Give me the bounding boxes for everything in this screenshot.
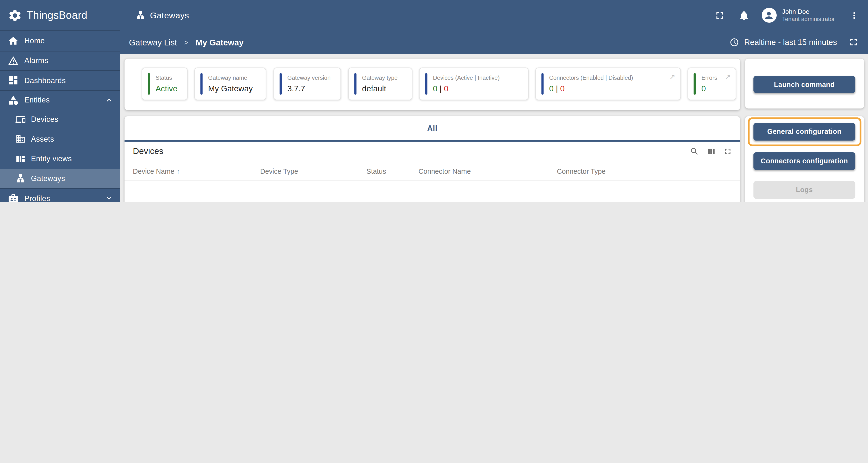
- devices-icon: [16, 115, 25, 124]
- dashboard-tabbar: All: [124, 116, 740, 142]
- sidebar-item-assets[interactable]: Assets: [0, 129, 120, 149]
- clock-icon: [730, 37, 739, 47]
- gateway-icon: [135, 11, 145, 20]
- col-device-type[interactable]: Device Type: [260, 168, 298, 176]
- sidebar-item-alarms[interactable]: Alarms: [0, 51, 120, 70]
- breadcrumb: Gateway List > My Gateway: [129, 37, 244, 47]
- header-actions: John Doe Tenant administrator: [701, 7, 859, 23]
- home-icon: [8, 35, 19, 47]
- warning-icon: [8, 55, 19, 66]
- general-configuration-button[interactable]: General configuration: [753, 123, 856, 141]
- sidebar-item-home[interactable]: Home: [0, 31, 120, 51]
- assets-icon: [16, 134, 25, 144]
- dashboard-fullscreen-icon[interactable]: [848, 36, 859, 48]
- fullscreen-icon[interactable]: [714, 10, 725, 21]
- accent-bar: [541, 73, 543, 94]
- sidebar-item-entities[interactable]: Entities: [0, 90, 120, 110]
- errors-count-card: Errors 0 ↗: [687, 67, 736, 100]
- breadcrumb-parent[interactable]: Gateway List: [129, 37, 177, 47]
- more-vert-icon[interactable]: [849, 10, 859, 20]
- gateway-version-card: Gateway version 3.7.7: [274, 67, 341, 100]
- user-name: John Doe: [782, 7, 835, 16]
- sidebar-item-dashboards[interactable]: Dashboards: [0, 70, 120, 90]
- top-header: ThingsBoard Gateways John Doe Tenant adm…: [0, 0, 868, 30]
- devices-widget-card: All Devices Device Name↑ Device Type Sta…: [124, 116, 740, 202]
- sidebar-item-gateways[interactable]: Gateways: [0, 169, 120, 188]
- accent-bar: [354, 73, 356, 94]
- accent-bar: [148, 73, 150, 94]
- person-icon: [764, 10, 775, 21]
- col-connector-type[interactable]: Connector Type: [557, 168, 606, 176]
- chevron-up-icon: [105, 96, 114, 105]
- fullscreen-icon[interactable]: [723, 147, 733, 156]
- columns-icon[interactable]: [706, 147, 716, 156]
- devices-widget-title: Devices: [133, 146, 163, 156]
- entities-icon: [8, 94, 19, 105]
- entity-views-icon: [16, 154, 25, 163]
- accent-bar: [693, 73, 695, 94]
- timewindow-controls: Realtime - last 15 minutes: [730, 36, 859, 48]
- gateway-type-card: Gateway type default: [348, 67, 412, 100]
- gateways-icon: [16, 174, 25, 183]
- accent-bar: [200, 73, 202, 94]
- col-device-name[interactable]: Device Name↑: [133, 168, 180, 176]
- notifications-bell-icon[interactable]: [739, 10, 750, 21]
- user-role: Tenant administrator: [782, 16, 835, 23]
- status-card: Status Active: [142, 67, 188, 100]
- page-title: Gateways: [135, 10, 189, 20]
- col-connector-name[interactable]: Connector Name: [418, 168, 471, 176]
- brand-name: ThingsBoard: [27, 9, 88, 21]
- dashboards-icon: [8, 75, 19, 86]
- app-window: ThingsBoard Gateways John Doe Tenant adm…: [0, 0, 868, 202]
- user-info: John Doe Tenant administrator: [782, 7, 835, 23]
- breadcrumb-separator: >: [184, 38, 188, 46]
- gateway-status-row: Status Active Gateway name My Gateway Ga…: [124, 59, 740, 110]
- gateway-name-card: Gateway name My Gateway: [194, 67, 266, 100]
- tab-all[interactable]: All: [417, 124, 447, 132]
- sort-asc-icon: ↑: [177, 168, 180, 176]
- sidebar-nav: Home Alarms Dashboards Entities Devices …: [0, 30, 120, 202]
- gateway-actions-card: General configuration Connectors configu…: [745, 116, 864, 202]
- sidebar-item-profiles[interactable]: Profiles: [0, 188, 120, 202]
- external-link-icon[interactable]: ↗: [725, 72, 731, 81]
- search-icon[interactable]: [690, 147, 699, 156]
- devices-count-card: Devices (Active | Inactive) 0|0: [419, 67, 529, 100]
- launch-command-card: Launch command: [745, 59, 864, 109]
- breadcrumb-current: My Gateway: [195, 37, 244, 47]
- accent-bar: [425, 73, 427, 94]
- connectors-count-card: Connectors (Enabled | Disabled) 0|0 ↗: [535, 67, 681, 100]
- external-link-icon[interactable]: ↗: [670, 72, 675, 81]
- devices-table-header: Device Name↑ Device Type Status Connecto…: [124, 164, 740, 181]
- profiles-icon: [8, 193, 19, 202]
- gear-logo-icon: [8, 8, 22, 23]
- breadcrumb-bar: Gateway List > My Gateway Realtime - las…: [120, 30, 868, 54]
- sidebar-item-entity-views[interactable]: Entity views: [0, 149, 120, 168]
- devices-widget-header: Devices: [133, 144, 733, 158]
- sidebar-item-devices[interactable]: Devices: [0, 110, 120, 129]
- launch-command-button[interactable]: Launch command: [753, 76, 856, 93]
- user-avatar[interactable]: [762, 8, 777, 23]
- accent-bar: [280, 73, 281, 94]
- connectors-configuration-button[interactable]: Connectors configuration: [753, 152, 856, 170]
- chevron-down-icon: [105, 194, 114, 202]
- timewindow-label[interactable]: Realtime - last 15 minutes: [744, 38, 837, 47]
- logs-button[interactable]: Logs: [753, 181, 856, 198]
- thingsboard-logo[interactable]: ThingsBoard: [8, 8, 120, 23]
- dashboard-content: Status Active Gateway name My Gateway Ga…: [120, 54, 868, 202]
- col-status[interactable]: Status: [367, 168, 386, 176]
